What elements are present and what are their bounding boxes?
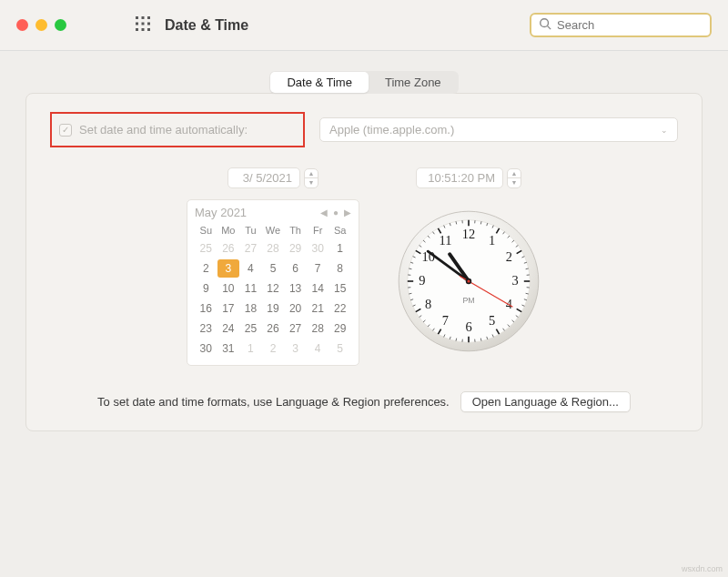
calendar-day[interactable]: 25 — [195, 239, 217, 258]
open-language-region-button[interactable]: Open Language & Region... — [460, 391, 631, 412]
svg-text:12: 12 — [462, 227, 475, 241]
calendar-day[interactable]: 6 — [284, 259, 307, 278]
footer-row: To set date and time formats, use Langua… — [50, 391, 678, 412]
calendar-day[interactable]: 21 — [307, 299, 329, 318]
svg-rect-1 — [142, 16, 145, 19]
date-field-group: 3/ 5/2021 ▲ ▼ — [228, 167, 318, 188]
tab-time-zone[interactable]: Time Zone — [369, 72, 458, 93]
calendar-day[interactable]: 5 — [329, 339, 351, 358]
search-field[interactable] — [530, 13, 712, 37]
calendar-day[interactable]: 29 — [329, 319, 351, 338]
time-column: 10:51:20 PM ▲ ▼ — [396, 167, 541, 366]
svg-text:1: 1 — [489, 233, 495, 248]
calendar-day[interactable]: 28 — [262, 239, 285, 258]
zoom-window-button[interactable] — [55, 19, 66, 31]
calendar-day[interactable]: 27 — [239, 239, 262, 258]
analog-clock: 121234567891011 PM — [396, 208, 541, 354]
calendar-day[interactable]: 26 — [262, 319, 285, 338]
svg-text:8: 8 — [425, 297, 431, 311]
svg-rect-2 — [147, 16, 150, 19]
calendar-day[interactable]: 30 — [307, 239, 329, 258]
calendar-day[interactable]: 1 — [329, 239, 351, 258]
svg-text:11: 11 — [439, 233, 451, 248]
calendar-day[interactable]: 13 — [284, 279, 307, 298]
date-stepper[interactable]: ▲ ▼ — [304, 168, 318, 188]
date-column: 3/ 5/2021 ▲ ▼ May 2021 ◀ ● ▶ — [187, 167, 359, 366]
calendar-day[interactable]: 2 — [195, 259, 217, 278]
stepper-up-icon[interactable]: ▲ — [305, 169, 318, 179]
calendar-day[interactable]: 2 — [262, 339, 285, 358]
highlight-set-auto: ✓ Set date and time automatically: — [50, 112, 305, 147]
nav-arrows — [94, 18, 114, 32]
calendar-next-icon[interactable]: ▶ — [344, 208, 351, 218]
time-server-value: Apple (time.apple.com.) — [329, 123, 454, 137]
calendar-day[interactable]: 25 — [239, 319, 262, 338]
chevron-down-icon: ⌄ — [661, 126, 668, 135]
svg-rect-0 — [136, 16, 138, 19]
calendar-day[interactable]: 27 — [284, 319, 307, 338]
set-auto-checkbox[interactable]: ✓ — [59, 124, 72, 137]
calendar-day[interactable]: 26 — [217, 239, 240, 258]
calendar-day[interactable]: 17 — [217, 299, 240, 318]
calendar-day[interactable]: 5 — [262, 259, 285, 278]
calendar-day[interactable]: 11 — [239, 279, 262, 298]
calendar-day[interactable]: 23 — [195, 319, 217, 338]
close-window-button[interactable] — [16, 19, 28, 31]
footer-text: To set date and time formats, use Langua… — [97, 395, 450, 409]
stepper-down-icon[interactable]: ▼ — [508, 178, 521, 187]
show-all-icon[interactable] — [136, 16, 150, 34]
tab-group: Date & Time Time Zone — [269, 71, 458, 94]
calendar-day[interactable]: 4 — [307, 339, 329, 358]
calendar-day[interactable]: 8 — [329, 259, 351, 278]
svg-point-89 — [467, 279, 470, 282]
calendar-day[interactable]: 9 — [195, 279, 217, 298]
calendar-day[interactable]: 31 — [217, 339, 240, 358]
time-field[interactable]: 10:51:20 PM — [416, 167, 503, 188]
time-field-group: 10:51:20 PM ▲ ▼ — [416, 167, 521, 188]
svg-rect-7 — [142, 28, 145, 31]
calendar-dow: Tu — [239, 223, 262, 238]
clock-ampm-label: PM — [462, 296, 474, 305]
calendar-day[interactable]: 3 — [284, 339, 307, 358]
calendar-day[interactable]: 22 — [329, 299, 351, 318]
calendar-day[interactable]: 16 — [195, 299, 217, 318]
time-stepper[interactable]: ▲ ▼ — [507, 168, 521, 188]
traffic-lights — [16, 19, 66, 31]
calendar-day[interactable]: 28 — [307, 319, 329, 338]
search-icon — [539, 17, 557, 33]
calendar-day[interactable]: 4 — [239, 259, 262, 278]
calendar-day[interactable]: 19 — [262, 299, 285, 318]
window-title: Date & Time — [165, 17, 248, 34]
svg-rect-3 — [136, 23, 138, 25]
stepper-up-icon[interactable]: ▲ — [508, 169, 521, 179]
calendar-prev-icon[interactable]: ◀ — [320, 208, 328, 218]
calendar-day[interactable]: 29 — [284, 239, 307, 258]
calendar-day[interactable]: 3 — [217, 259, 240, 278]
content-area: Date & Time Time Zone ✓ Set date and tim… — [0, 51, 728, 448]
svg-text:9: 9 — [419, 273, 425, 288]
stepper-down-icon[interactable]: ▼ — [305, 178, 318, 187]
calendar-day[interactable]: 10 — [217, 279, 240, 298]
calendar-day[interactable]: 15 — [329, 279, 351, 298]
calendar-day[interactable]: 7 — [307, 259, 329, 278]
calendar-day[interactable]: 24 — [217, 319, 240, 338]
minimize-window-button[interactable] — [35, 19, 47, 31]
calendar-day[interactable]: 20 — [284, 299, 307, 318]
calendar-today-icon[interactable]: ● — [333, 208, 339, 218]
window-toolbar: Date & Time — [0, 0, 728, 51]
date-field[interactable]: 3/ 5/2021 — [228, 167, 300, 188]
calendar-day[interactable]: 1 — [239, 339, 262, 358]
svg-rect-6 — [136, 28, 138, 31]
calendar-day[interactable]: 14 — [307, 279, 329, 298]
calendar-nav: ◀ ● ▶ — [320, 208, 351, 218]
calendar-dow: Fr — [307, 223, 329, 238]
calendar-day[interactable]: 30 — [195, 339, 217, 358]
calendar-dow: Sa — [329, 223, 351, 238]
tab-date-time[interactable]: Date & Time — [270, 72, 369, 93]
svg-point-9 — [541, 19, 549, 27]
time-server-select[interactable]: Apple (time.apple.com.) ⌄ — [319, 117, 678, 142]
calendar-day[interactable]: 12 — [262, 279, 285, 298]
set-auto-label: Set date and time automatically: — [79, 123, 248, 137]
search-input[interactable] — [557, 18, 703, 32]
calendar-day[interactable]: 18 — [239, 299, 262, 318]
